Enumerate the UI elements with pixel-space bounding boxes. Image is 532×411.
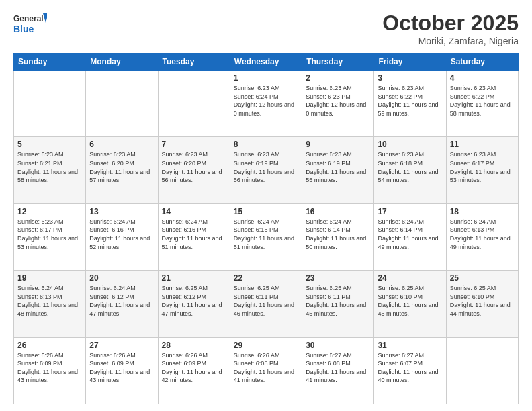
- svg-text:General: General: [13, 14, 44, 24]
- day-number: 11: [450, 140, 515, 149]
- calendar-cell: 20 Sunrise: 6:24 AMSunset: 6:12 PMDaylig…: [86, 271, 158, 337]
- week-row-0: 1 Sunrise: 6:23 AMSunset: 6:24 PMDayligh…: [14, 71, 519, 137]
- day-number: 12: [17, 207, 82, 216]
- calendar-cell: 18 Sunrise: 6:24 AMSunset: 6:13 PMDaylig…: [446, 203, 518, 270]
- day-number: 22: [234, 273, 298, 283]
- day-info: Sunrise: 6:23 AMSunset: 6:18 PMDaylight:…: [378, 150, 442, 184]
- calendar-cell: [158, 71, 230, 137]
- day-info: Sunrise: 6:26 AMSunset: 6:09 PMDaylight:…: [162, 351, 226, 385]
- header-monday: Monday: [86, 54, 158, 71]
- day-info: Sunrise: 6:24 AMSunset: 6:16 PMDaylight:…: [89, 218, 154, 251]
- week-row-2: 12 Sunrise: 6:23 AMSunset: 6:17 PMDaylig…: [14, 203, 519, 270]
- svg-text:Blue: Blue: [13, 24, 34, 34]
- day-number: 26: [17, 340, 82, 350]
- day-info: Sunrise: 6:24 AMSunset: 6:13 PMDaylight:…: [450, 218, 515, 251]
- header-thursday: Thursday: [302, 54, 374, 71]
- header-tuesday: Tuesday: [158, 54, 230, 71]
- calendar-cell: 22 Sunrise: 6:25 AMSunset: 6:11 PMDaylig…: [230, 271, 302, 337]
- day-number: 24: [378, 273, 442, 283]
- day-number: 9: [306, 140, 370, 149]
- calendar-cell: 3 Sunrise: 6:23 AMSunset: 6:22 PMDayligh…: [374, 71, 446, 137]
- calendar-cell: 28 Sunrise: 6:26 AMSunset: 6:09 PMDaylig…: [158, 337, 230, 404]
- day-number: 23: [306, 273, 370, 283]
- day-info: Sunrise: 6:26 AMSunset: 6:08 PMDaylight:…: [234, 351, 298, 385]
- calendar-cell: 16 Sunrise: 6:24 AMSunset: 6:14 PMDaylig…: [302, 203, 374, 270]
- calendar-cell: 23 Sunrise: 6:25 AMSunset: 6:11 PMDaylig…: [302, 271, 374, 337]
- day-number: 21: [162, 273, 226, 283]
- day-number: 30: [306, 340, 370, 350]
- day-info: Sunrise: 6:23 AMSunset: 6:20 PMDaylight:…: [162, 150, 226, 184]
- calendar-cell: 29 Sunrise: 6:26 AMSunset: 6:08 PMDaylig…: [230, 337, 302, 404]
- day-number: 2: [306, 73, 370, 83]
- title-block: October 2025 Moriki, Zamfara, Nigeria: [382, 11, 519, 46]
- day-number: 3: [378, 73, 442, 83]
- header-saturday: Saturday: [446, 54, 518, 71]
- day-info: Sunrise: 6:23 AMSunset: 6:24 PMDaylight:…: [234, 84, 298, 118]
- day-info: Sunrise: 6:23 AMSunset: 6:19 PMDaylight:…: [234, 150, 298, 184]
- day-info: Sunrise: 6:25 AMSunset: 6:10 PMDaylight:…: [378, 284, 442, 318]
- day-info: Sunrise: 6:24 AMSunset: 6:14 PMDaylight:…: [378, 218, 442, 251]
- day-number: 8: [234, 140, 298, 149]
- day-number: 29: [234, 340, 298, 350]
- calendar-cell: 8 Sunrise: 6:23 AMSunset: 6:19 PMDayligh…: [230, 137, 302, 203]
- day-number: 14: [162, 207, 226, 216]
- calendar-title: October 2025: [382, 11, 519, 36]
- calendar-cell: 31 Sunrise: 6:27 AMSunset: 6:07 PMDaylig…: [374, 337, 446, 404]
- day-number: 15: [234, 207, 298, 216]
- calendar-cell: 9 Sunrise: 6:23 AMSunset: 6:19 PMDayligh…: [302, 137, 374, 203]
- day-number: 18: [450, 207, 515, 216]
- calendar-cell: 13 Sunrise: 6:24 AMSunset: 6:16 PMDaylig…: [86, 203, 158, 270]
- calendar-cell: [446, 337, 518, 404]
- day-number: 31: [378, 340, 442, 350]
- day-number: 4: [450, 73, 515, 83]
- day-info: Sunrise: 6:24 AMSunset: 6:14 PMDaylight:…: [306, 218, 370, 251]
- day-info: Sunrise: 6:23 AMSunset: 6:23 PMDaylight:…: [306, 84, 370, 118]
- logo: General Blue: [13, 11, 47, 38]
- calendar-cell: 15 Sunrise: 6:24 AMSunset: 6:15 PMDaylig…: [230, 203, 302, 270]
- calendar-cell: 25 Sunrise: 6:25 AMSunset: 6:10 PMDaylig…: [446, 271, 518, 337]
- day-info: Sunrise: 6:25 AMSunset: 6:12 PMDaylight:…: [162, 284, 226, 318]
- calendar-cell: 2 Sunrise: 6:23 AMSunset: 6:23 PMDayligh…: [302, 71, 374, 137]
- day-number: 5: [17, 140, 82, 149]
- calendar-cell: 19 Sunrise: 6:24 AMSunset: 6:13 PMDaylig…: [14, 271, 86, 337]
- calendar-cell: 27 Sunrise: 6:26 AMSunset: 6:09 PMDaylig…: [86, 337, 158, 404]
- calendar-cell: 11 Sunrise: 6:23 AMSunset: 6:17 PMDaylig…: [446, 137, 518, 203]
- calendar-cell: [86, 71, 158, 137]
- day-number: 19: [17, 273, 82, 283]
- day-info: Sunrise: 6:23 AMSunset: 6:22 PMDaylight:…: [378, 84, 442, 118]
- week-row-3: 19 Sunrise: 6:24 AMSunset: 6:13 PMDaylig…: [14, 271, 519, 337]
- calendar-cell: 10 Sunrise: 6:23 AMSunset: 6:18 PMDaylig…: [374, 137, 446, 203]
- day-info: Sunrise: 6:27 AMSunset: 6:07 PMDaylight:…: [378, 351, 442, 385]
- calendar-cell: 6 Sunrise: 6:23 AMSunset: 6:20 PMDayligh…: [86, 137, 158, 203]
- day-info: Sunrise: 6:27 AMSunset: 6:08 PMDaylight:…: [306, 351, 370, 385]
- calendar-subtitle: Moriki, Zamfara, Nigeria: [382, 36, 519, 46]
- day-info: Sunrise: 6:26 AMSunset: 6:09 PMDaylight:…: [17, 351, 82, 385]
- day-number: 16: [306, 207, 370, 216]
- day-info: Sunrise: 6:23 AMSunset: 6:22 PMDaylight:…: [450, 84, 515, 118]
- calendar-cell: 24 Sunrise: 6:25 AMSunset: 6:10 PMDaylig…: [374, 271, 446, 337]
- calendar-cell: 26 Sunrise: 6:26 AMSunset: 6:09 PMDaylig…: [14, 337, 86, 404]
- day-number: 7: [162, 140, 226, 149]
- day-info: Sunrise: 6:23 AMSunset: 6:17 PMDaylight:…: [450, 150, 515, 184]
- day-info: Sunrise: 6:24 AMSunset: 6:15 PMDaylight:…: [234, 218, 298, 251]
- calendar-cell: 1 Sunrise: 6:23 AMSunset: 6:24 PMDayligh…: [230, 71, 302, 137]
- weekday-header-row: Sunday Monday Tuesday Wednesday Thursday…: [14, 54, 519, 71]
- day-info: Sunrise: 6:23 AMSunset: 6:17 PMDaylight:…: [17, 218, 82, 251]
- day-info: Sunrise: 6:26 AMSunset: 6:09 PMDaylight:…: [89, 351, 154, 385]
- calendar-cell: 4 Sunrise: 6:23 AMSunset: 6:22 PMDayligh…: [446, 71, 518, 137]
- calendar-cell: 5 Sunrise: 6:23 AMSunset: 6:21 PMDayligh…: [14, 137, 86, 203]
- day-info: Sunrise: 6:25 AMSunset: 6:11 PMDaylight:…: [306, 284, 370, 318]
- calendar-cell: 14 Sunrise: 6:24 AMSunset: 6:16 PMDaylig…: [158, 203, 230, 270]
- header-sunday: Sunday: [14, 54, 86, 71]
- logo-svg: General Blue: [13, 11, 47, 38]
- week-row-1: 5 Sunrise: 6:23 AMSunset: 6:21 PMDayligh…: [14, 137, 519, 203]
- day-info: Sunrise: 6:24 AMSunset: 6:16 PMDaylight:…: [162, 218, 226, 251]
- week-row-4: 26 Sunrise: 6:26 AMSunset: 6:09 PMDaylig…: [14, 337, 519, 404]
- calendar-cell: [14, 71, 86, 137]
- day-info: Sunrise: 6:25 AMSunset: 6:10 PMDaylight:…: [450, 284, 515, 318]
- day-info: Sunrise: 6:23 AMSunset: 6:19 PMDaylight:…: [306, 150, 370, 184]
- day-number: 1: [234, 73, 298, 83]
- day-number: 13: [89, 207, 154, 216]
- day-number: 6: [89, 140, 154, 149]
- calendar-cell: 7 Sunrise: 6:23 AMSunset: 6:20 PMDayligh…: [158, 137, 230, 203]
